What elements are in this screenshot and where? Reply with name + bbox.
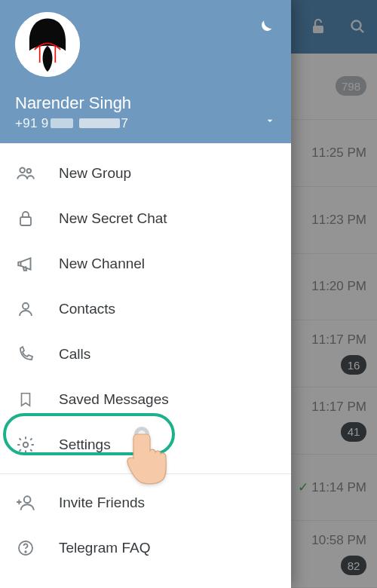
gear-icon [15, 435, 36, 455]
megaphone-icon [15, 254, 36, 274]
person-add-icon [15, 493, 36, 513]
svg-point-11 [25, 551, 26, 553]
menu-item-calls[interactable]: Calls [0, 332, 291, 377]
user-name: Narender Singh [15, 93, 276, 113]
menu-label: Telegram FAQ [59, 540, 150, 556]
night-mode-icon[interactable] [255, 18, 274, 38]
svg-point-8 [23, 443, 29, 448]
chevron-down-icon[interactable] [264, 115, 276, 127]
svg-point-4 [20, 167, 25, 173]
menu-label: New Channel [59, 256, 145, 272]
menu-label: New Secret Chat [59, 210, 167, 227]
menu-separator [0, 473, 291, 474]
svg-point-9 [24, 496, 31, 503]
menu-label: Invite Friends [59, 495, 145, 511]
phone-mask [51, 118, 73, 128]
menu-item-new-group[interactable]: New Group [0, 151, 291, 196]
bookmark-icon [15, 390, 36, 409]
menu-label: Calls [59, 346, 90, 363]
menu-item-new-secret-chat[interactable]: New Secret Chat [0, 196, 291, 241]
menu-item-invite-friends[interactable]: Invite Friends [0, 480, 291, 525]
svg-rect-6 [20, 217, 31, 225]
svg-point-5 [27, 169, 31, 173]
menu-label: New Group [59, 165, 131, 182]
navigation-drawer: Narender Singh +91 97 New Group New Secr… [0, 0, 291, 588]
menu-item-new-channel[interactable]: New Channel [0, 241, 291, 286]
menu-item-settings[interactable]: Settings [0, 422, 291, 467]
drawer-header: Narender Singh +91 97 [0, 0, 291, 143]
menu-label: Settings [59, 436, 111, 453]
lock-icon [15, 210, 36, 228]
menu-item-saved-messages[interactable]: Saved Messages [0, 377, 291, 422]
svg-point-7 [23, 303, 29, 309]
avatar[interactable] [15, 12, 80, 77]
phone-icon [15, 345, 36, 363]
menu-item-telegram-faq[interactable]: Telegram FAQ [0, 525, 291, 571]
menu-label: Saved Messages [59, 391, 169, 408]
phone-mask [79, 118, 120, 128]
help-icon [15, 539, 36, 557]
drawer-menu: New Group New Secret Chat New Channel Co… [0, 143, 291, 588]
group-icon [15, 164, 36, 183]
menu-label: Contacts [59, 301, 115, 317]
menu-item-contacts[interactable]: Contacts [0, 286, 291, 332]
user-phone: +91 97 [15, 116, 276, 131]
person-icon [15, 300, 36, 318]
